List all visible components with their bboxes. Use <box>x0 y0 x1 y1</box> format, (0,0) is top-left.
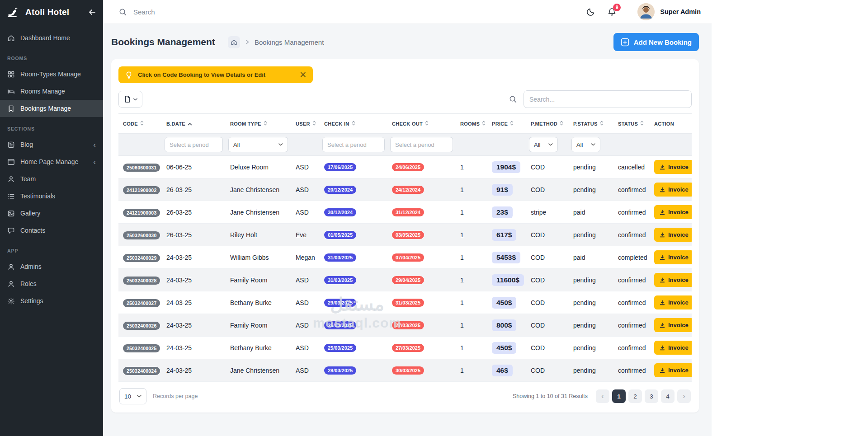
check-out-badge: 24/06/2025 <box>392 163 424 171</box>
sidebar-item-room-types-manage[interactable]: Room-Types Manage <box>0 66 103 83</box>
filter-check-out-input[interactable] <box>390 137 453 152</box>
invoice-button[interactable]: Invoice <box>654 363 692 377</box>
pagination-next-button[interactable]: › <box>677 389 691 403</box>
invoice-label: Invoice <box>668 367 689 374</box>
sidebar-item-bookings-manage[interactable]: Bookings Manage <box>0 100 103 117</box>
add-new-booking-label: Add New Booking <box>634 38 692 46</box>
user-cell: Eve <box>291 224 320 246</box>
column-header-check-out[interactable]: CHECK OUT <box>387 114 456 134</box>
export-button[interactable] <box>118 91 142 108</box>
user-cell: ASD <box>291 269 320 291</box>
payment-status-cell: pending <box>569 337 613 359</box>
sidebar-item-contacts[interactable]: Contacts <box>0 222 103 239</box>
invoice-button[interactable]: Invoice <box>654 341 692 355</box>
invoice-button[interactable]: Invoice <box>654 295 692 309</box>
column-header-rooms[interactable]: ROOMS <box>456 114 487 134</box>
column-header-b-date[interactable]: B.DATE <box>162 114 226 134</box>
invoice-button[interactable]: Invoice <box>654 318 692 332</box>
invoice-button[interactable]: Invoice <box>654 273 692 287</box>
booking-row: 25032400025 24-03-25 Bethany Burke ASD 2… <box>118 337 692 359</box>
column-header-user[interactable]: USER <box>291 114 320 134</box>
room-type-cell: Jane Christensen <box>226 201 291 224</box>
invoice-button[interactable]: Invoice <box>654 183 692 197</box>
moon-icon <box>586 7 595 17</box>
pagination-page-button[interactable]: 4 <box>661 389 675 403</box>
filter-p-method-select[interactable]: All <box>529 137 558 152</box>
sidebar-item-label: Rooms Manage <box>20 88 96 95</box>
sort-icon <box>352 122 355 127</box>
invoice-button[interactable]: Invoice <box>654 250 692 264</box>
booking-code-badge[interactable]: 25032400027 <box>123 299 160 307</box>
filter-check-in-input[interactable] <box>322 137 385 152</box>
invoice-button[interactable]: Invoice <box>654 228 692 242</box>
sort-icon <box>600 122 604 127</box>
notifications-button[interactable]: 9 <box>607 7 617 17</box>
invoice-label: Invoice <box>668 209 689 216</box>
pagination-page-button[interactable]: 2 <box>628 389 642 403</box>
invoice-label: Invoice <box>668 344 689 351</box>
booking-code-badge[interactable]: 25032400024 <box>123 367 160 375</box>
column-header-status[interactable]: STATUS <box>613 114 650 134</box>
filter-p-status-select[interactable]: All <box>571 137 600 152</box>
breadcrumb-home-link[interactable] <box>228 36 240 48</box>
booking-code-badge[interactable]: 25032400028 <box>123 277 160 285</box>
pagination-page-button[interactable]: 1 <box>612 389 626 403</box>
page-head: Bookings Management Bookings Management … <box>111 33 699 51</box>
browser-icon <box>7 158 15 166</box>
sidebar-item-rooms-manage[interactable]: Rooms Manage <box>0 83 103 100</box>
column-header-code[interactable]: CODE <box>118 114 162 134</box>
booking-code-badge[interactable]: 25060600031 <box>123 164 160 172</box>
global-search <box>118 8 586 16</box>
sidebar-item-settings[interactable]: Settings <box>0 292 103 309</box>
pagination-page-button[interactable]: 3 <box>645 389 658 403</box>
dark-mode-toggle[interactable] <box>586 7 595 17</box>
filter-room-type-select[interactable]: All <box>228 137 288 152</box>
booking-code-badge[interactable]: 25032400029 <box>123 254 160 262</box>
sidebar-item-gallery[interactable]: Gallery <box>0 205 103 222</box>
payment-method-cell: COD <box>526 156 569 178</box>
booking-row: 25032400026 24-03-25 Family Room ASD 25/… <box>118 314 692 337</box>
rooms-count-cell: 1 <box>456 269 487 291</box>
column-header-check-in[interactable]: CHECK IN <box>320 114 387 134</box>
sidebar-item-admins[interactable]: Admins <box>0 258 103 275</box>
booking-code-badge[interactable]: 24121900002 <box>123 186 160 194</box>
chevron-down-icon <box>133 98 137 101</box>
list-icon <box>7 192 15 200</box>
column-header-p-method[interactable]: P.METHOD <box>526 114 569 134</box>
table-search-input[interactable] <box>524 90 692 108</box>
column-header-price[interactable]: PRICE <box>487 114 526 134</box>
invoice-button[interactable]: Invoice <box>654 205 692 219</box>
booking-code-badge[interactable]: 24121900003 <box>123 209 160 217</box>
booking-code-badge[interactable]: 25032400026 <box>123 322 160 330</box>
sidebar-item-team[interactable]: Team <box>0 170 103 188</box>
sidebar-item-blog[interactable]: Blog‹ <box>0 136 103 153</box>
booking-code-badge[interactable]: 25032600030 <box>123 231 160 239</box>
invoice-label: Invoice <box>668 322 689 328</box>
payment-status-cell: pending <box>569 269 613 291</box>
pagination-prev-button[interactable]: ‹ <box>596 389 609 403</box>
payment-method-cell: COD <box>526 178 569 201</box>
rooms-count-cell: 1 <box>456 337 487 359</box>
column-header-p-status[interactable]: P.STATUS <box>569 114 613 134</box>
sidebar-item-roles[interactable]: Roles <box>0 275 103 292</box>
global-search-input[interactable] <box>133 8 278 16</box>
download-icon <box>659 209 665 216</box>
download-icon <box>659 367 665 374</box>
records-per-page-select[interactable]: 10 <box>119 388 146 404</box>
check-out-badge: 29/04/2025 <box>392 276 424 284</box>
filter-b-date-input[interactable] <box>165 137 223 152</box>
booking-code-badge[interactable]: 25032400025 <box>123 344 160 352</box>
column-header-room-type[interactable]: ROOM TYPE <box>226 114 291 134</box>
sidebar-item-testimonials[interactable]: Testimonials <box>0 188 103 205</box>
sidebar-item-dashboard-home[interactable]: Dashboard Home <box>0 29 103 47</box>
add-new-booking-button[interactable]: Add New Booking <box>613 33 699 51</box>
alert-close-icon[interactable]: ✕ <box>299 70 307 79</box>
booking-date-cell: 24-03-25 <box>162 291 226 314</box>
sidebar-item-home-page-manage[interactable]: Home Page Manage‹ <box>0 153 103 170</box>
user-cell: Megan <box>291 246 320 269</box>
grid-icon <box>7 70 15 78</box>
user-cell: ASD <box>291 314 320 337</box>
invoice-button[interactable]: Invoice <box>654 160 692 174</box>
sidebar-collapse-button[interactable] <box>88 8 97 17</box>
user-menu[interactable]: Super Admin <box>637 3 701 20</box>
